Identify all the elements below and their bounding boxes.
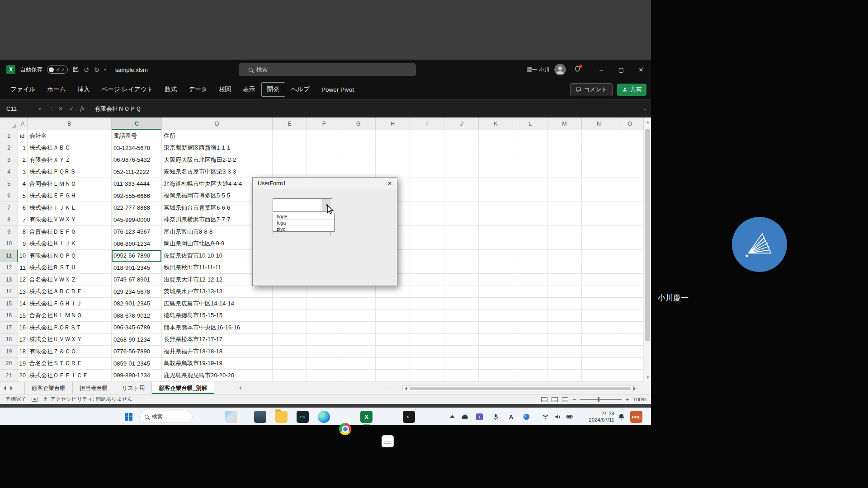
cell-L1[interactable] [513, 130, 547, 142]
column-header-C[interactable]: C [112, 117, 162, 130]
cell-M3[interactable] [547, 154, 582, 166]
sheet-tab-リスト用[interactable]: リスト用 [115, 382, 152, 394]
cell-C2[interactable]: 03-1234-5678 [112, 142, 162, 155]
cell-C4[interactable]: 052-111-2222 [112, 166, 162, 178]
cell-O20[interactable] [616, 358, 644, 370]
cell-A18[interactable]: 17 [18, 334, 28, 346]
cell-M14[interactable] [547, 286, 582, 298]
cell-B13[interactable]: 合名会社ＶＷＸＺ [28, 274, 112, 286]
cell-J1[interactable] [444, 130, 479, 142]
maximize-button[interactable]: ▢ [611, 60, 631, 80]
ribbon-tab-ページ レイアウト[interactable]: ページ レイアウト [95, 82, 159, 97]
cell-B7[interactable]: 株式会社ＩＪＫＬ [28, 202, 112, 214]
cell-A15[interactable]: 14 [18, 298, 28, 310]
cell-I7[interactable] [410, 202, 444, 214]
cell-G19[interactable] [341, 346, 376, 358]
cell-K3[interactable] [479, 154, 513, 166]
cell-H17[interactable] [376, 322, 410, 334]
horizontal-scrollbar[interactable] [402, 385, 638, 391]
cell-H16[interactable] [376, 310, 410, 322]
cell-K14[interactable] [479, 286, 513, 298]
cell-M16[interactable] [547, 310, 582, 322]
cell-J11[interactable] [444, 250, 479, 262]
column-header-A[interactable]: A [18, 117, 28, 130]
cell-C16[interactable]: 088-678-9012 [112, 310, 162, 322]
cell-J10[interactable] [444, 238, 479, 250]
cell-E19[interactable] [273, 346, 307, 358]
cell-B14[interactable]: 株式会社ＡＢＣＤＥ [28, 286, 112, 298]
cell-A21[interactable]: 20 [18, 370, 28, 382]
assistant-icon[interactable] [523, 413, 530, 421]
cell-J3[interactable] [444, 154, 479, 166]
row-header-4[interactable]: 4 [0, 166, 18, 178]
cell-B8[interactable]: 有限会社ＶＷＸＹ [28, 214, 112, 226]
cell-A7[interactable]: 6 [18, 202, 28, 214]
close-icon[interactable]: ✕ [385, 179, 394, 188]
cell-I6[interactable] [410, 190, 444, 202]
cell-F3[interactable] [307, 154, 341, 166]
cell-G2[interactable] [341, 142, 376, 155]
row-header-8[interactable]: 8 [0, 214, 18, 226]
column-header-K[interactable]: K [479, 117, 513, 130]
notification-bell-icon[interactable] [618, 413, 625, 421]
cell-N12[interactable] [582, 262, 616, 274]
zoom-out-icon[interactable]: − [572, 396, 576, 403]
cell-A19[interactable]: 18 [18, 346, 28, 358]
cell-O11[interactable] [616, 250, 644, 262]
cell-G14[interactable] [341, 286, 376, 298]
row-header-11[interactable]: 11 [0, 250, 18, 262]
cell-O19[interactable] [616, 346, 644, 358]
sheet-tab-menu-icon[interactable]: ⋯ [390, 385, 395, 391]
cell-C12[interactable]: 018-901-2345 [112, 262, 162, 274]
cell-O10[interactable] [616, 238, 644, 250]
save-icon[interactable] [72, 66, 79, 74]
cell-J17[interactable] [444, 322, 479, 334]
cell-J6[interactable] [444, 190, 479, 202]
start-button[interactable] [125, 413, 132, 421]
cell-N9[interactable] [582, 226, 616, 238]
comments-button[interactable]: コメント [570, 83, 613, 96]
cell-N18[interactable] [582, 334, 616, 346]
cell-J2[interactable] [444, 142, 479, 155]
cell-M7[interactable] [547, 202, 582, 214]
cell-O7[interactable] [616, 202, 644, 214]
cell-M21[interactable] [547, 370, 582, 382]
cell-O16[interactable] [616, 310, 644, 322]
cloud-icon[interactable] [461, 413, 469, 421]
volume-icon[interactable] [554, 413, 562, 421]
cell-D16[interactable]: 徳島県徳島市15-15-15 [162, 310, 273, 322]
taskbar-clock[interactable]: 21:29 2024/07/11 [581, 411, 614, 423]
column-header-N[interactable]: N [582, 117, 616, 130]
cell-O5[interactable] [616, 178, 644, 190]
cell-N11[interactable] [582, 250, 616, 262]
cell-D14[interactable]: 茨城県水戸市13-13-13 [162, 286, 273, 298]
zoom-slider-thumb[interactable] [598, 397, 599, 402]
cell-D21[interactable]: 鹿児島県鹿児島市20-20-20 [162, 370, 273, 382]
cell-K16[interactable] [479, 310, 513, 322]
cell-B3[interactable]: 有限会社ＸＹＺ [28, 154, 112, 166]
zoom-in-icon[interactable]: + [626, 396, 629, 403]
cell-N6[interactable] [582, 190, 616, 202]
cell-N15[interactable] [582, 298, 616, 310]
cell-I10[interactable] [410, 238, 444, 250]
row-header-12[interactable]: 12 [0, 262, 18, 274]
cell-L21[interactable] [513, 370, 547, 382]
cell-H14[interactable] [376, 286, 410, 298]
ribbon-tab-データ[interactable]: データ [183, 82, 213, 97]
cell-G21[interactable] [341, 370, 376, 382]
cell-C14[interactable]: 029-234-5678 [112, 286, 162, 298]
cell-J19[interactable] [444, 346, 479, 358]
cell-D3[interactable]: 大阪府大阪市北区梅田2-2-2 [162, 154, 273, 166]
cell-C1[interactable]: 電話番号 [112, 130, 162, 142]
cell-C20[interactable]: 0859-01-2345 [112, 358, 162, 370]
cell-L18[interactable] [513, 334, 547, 346]
ime-icon[interactable]: A [507, 413, 515, 421]
cell-B2[interactable]: 株式会社ＡＢＣ [28, 142, 112, 155]
cell-C8[interactable]: 045-999-0000 [112, 214, 162, 226]
cell-B15[interactable]: 株式会社ＦＧＨＩＪ [28, 298, 112, 310]
cell-B18[interactable]: 株式会社ＵＶＷＸＹ [28, 334, 112, 346]
cell-N7[interactable] [582, 202, 616, 214]
cell-N20[interactable] [582, 358, 616, 370]
cell-G20[interactable] [341, 358, 376, 370]
cell-D4[interactable]: 愛知県名古屋市中区栄3-3-3 [162, 166, 273, 178]
